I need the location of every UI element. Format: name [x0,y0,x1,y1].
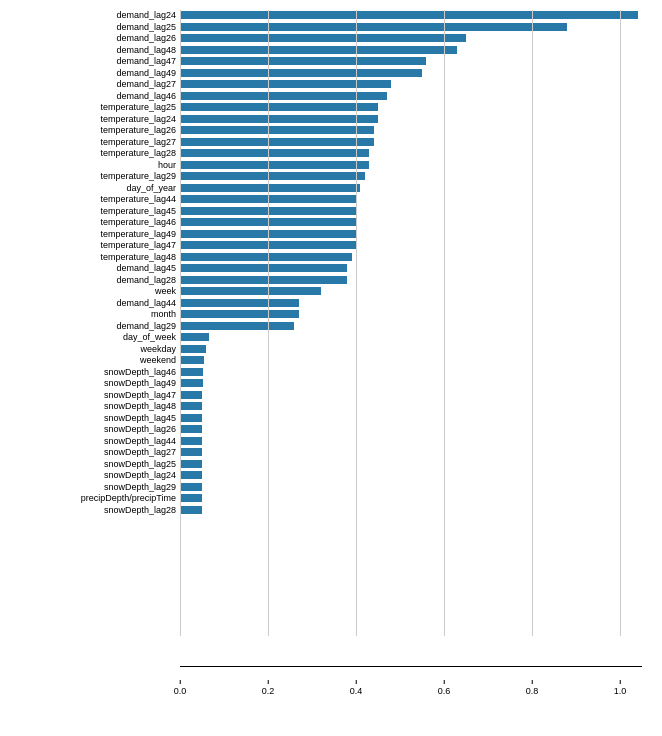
bar-label: demand_lag44 [4,298,176,308]
bar-row: demand_lag25 [180,22,642,33]
bar-label: temperature_lag24 [4,114,176,124]
x-tick: 0.6 [438,680,451,696]
bar-row: demand_lag49 [180,68,642,79]
bar-row: day_of_year [180,183,642,194]
bar-label: temperature_lag25 [4,102,176,112]
bar [180,437,202,445]
bar-label: snowDepth_lag29 [4,482,176,492]
x-tick: 0.8 [526,680,539,696]
x-tick: 1.0 [614,680,627,696]
bar-row: demand_lag24 [180,10,642,21]
bar-row: snowDepth_lag45 [180,413,642,424]
x-tick-label: 1.0 [614,686,627,696]
bar [180,23,567,31]
x-tick: 0.4 [350,680,363,696]
bars-container: demand_lag24demand_lag25demand_lag26dema… [180,10,642,666]
bar-row: demand_lag29 [180,321,642,332]
bar-label: demand_lag47 [4,56,176,66]
bar-row: temperature_lag24 [180,114,642,125]
bar-row: snowDepth_lag44 [180,436,642,447]
bar-row: weekday [180,344,642,355]
bar-row: demand_lag28 [180,275,642,286]
bar-label: temperature_lag44 [4,194,176,204]
x-tick-label: 0.0 [174,686,187,696]
bar [180,368,203,376]
bar [180,34,466,42]
bar-label: temperature_lag49 [4,229,176,239]
bar-row: temperature_lag46 [180,217,642,228]
bar [180,402,202,410]
bar-row: demand_lag27 [180,79,642,90]
x-gridline [356,10,357,636]
bar [180,287,321,295]
bar [180,57,426,65]
bar-row: demand_lag46 [180,91,642,102]
bar-row: snowDepth_lag48 [180,401,642,412]
bar-label: snowDepth_lag45 [4,413,176,423]
bar [180,126,374,134]
bar-row: temperature_lag48 [180,252,642,263]
bar-row: snowDepth_lag47 [180,390,642,401]
bar-label: demand_lag46 [4,91,176,101]
bar-label: temperature_lag48 [4,252,176,262]
bar-row: snowDepth_lag49 [180,378,642,389]
bar-label: week [4,286,176,296]
x-gridline [620,10,621,636]
bar-row: snowDepth_lag28 [180,505,642,516]
bar-row: demand_lag47 [180,56,642,67]
bar-row: temperature_lag44 [180,194,642,205]
bar-label: temperature_lag26 [4,125,176,135]
bar-row: weekend [180,355,642,366]
bar-row: demand_lag26 [180,33,642,44]
bar [180,448,202,456]
bar-label: demand_lag29 [4,321,176,331]
bar [180,356,204,364]
bar-row: temperature_lag47 [180,240,642,251]
bar-label: demand_lag48 [4,45,176,55]
bar [180,276,347,284]
bar [180,494,202,502]
bar-label: temperature_lag28 [4,148,176,158]
bar-row: snowDepth_lag25 [180,459,642,470]
bar-row: snowDepth_lag46 [180,367,642,378]
bar [180,46,457,54]
x-gridline [532,10,533,636]
bar [180,264,347,272]
bar [180,11,638,19]
bar-row: snowDepth_lag27 [180,447,642,458]
x-tick: 0.0 [174,680,187,696]
bar-row: month [180,309,642,320]
bar-label: snowDepth_lag24 [4,470,176,480]
x-tick-label: 0.8 [526,686,539,696]
bar [180,506,202,514]
bar-label: temperature_lag45 [4,206,176,216]
x-tick-line [355,680,356,684]
bar-row: snowDepth_lag24 [180,470,642,481]
bar [180,460,202,468]
x-tick-label: 0.4 [350,686,363,696]
bar-label: snowDepth_lag46 [4,367,176,377]
bar-row: snowDepth_lag29 [180,482,642,493]
x-tick: 0.2 [262,680,275,696]
bar-label: weekend [4,355,176,365]
bar-row: temperature_lag26 [180,125,642,136]
bar-label: demand_lag25 [4,22,176,32]
bar-label: precipDepth/precipTime [4,493,176,503]
bar-row: hour [180,160,642,171]
bar [180,322,294,330]
bar-row: temperature_lag49 [180,229,642,240]
bar-row: day_of_week [180,332,642,343]
bar-label: hour [4,160,176,170]
chart-container: demand_lag24demand_lag25demand_lag26dema… [0,0,662,736]
x-gridline [444,10,445,636]
bar-label: temperature_lag46 [4,217,176,227]
bar [180,345,206,353]
bar [180,161,369,169]
bar-label: day_of_year [4,183,176,193]
bar-label: day_of_week [4,332,176,342]
bar-row: temperature_lag25 [180,102,642,113]
bar-label: demand_lag24 [4,10,176,20]
bar [180,379,203,387]
x-tick-label: 0.2 [262,686,275,696]
bar [180,253,352,261]
